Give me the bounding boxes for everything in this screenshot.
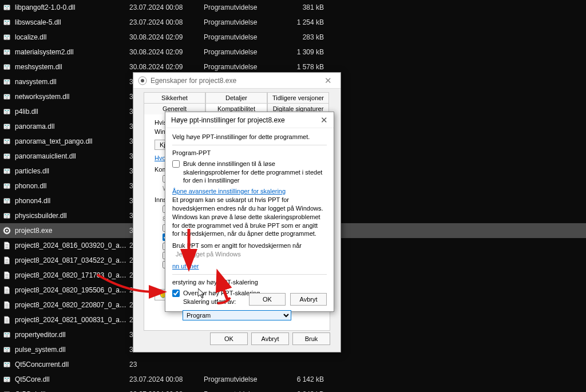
program-ppt-group: Program-PPT: [172, 145, 327, 157]
file-type-icon: [2, 92, 11, 101]
svg-rect-18: [7, 65, 9, 66]
file-name: physicsbuilder.dll: [15, 212, 129, 220]
dialog-titlebar[interactable]: Egenskaper for project8.exe ✕: [133, 73, 340, 89]
svg-rect-30: [7, 110, 9, 111]
file-type-icon: [2, 167, 11, 176]
file-row[interactable]: libpangoft2-1.0-0.dll23.07.2024 00:08Pro…: [0, 0, 586, 15]
use-setting-label: Bruk denne innstillingen til å løse skal…: [183, 160, 327, 185]
svg-rect-90: [5, 363, 7, 364]
file-type-icon: [2, 360, 11, 369]
svg-rect-21: [5, 80, 7, 81]
file-type: Programutvidelse: [204, 33, 278, 41]
svg-rect-45: [5, 169, 7, 171]
svg-rect-33: [5, 125, 7, 126]
svg-rect-91: [7, 363, 9, 364]
dialog-title: Egenskaper for project8.exe: [151, 77, 320, 85]
tabs: SikkerhetDetaljerTidligere versjonerGene…: [133, 89, 340, 114]
svg-rect-2: [7, 6, 9, 7]
svg-rect-13: [5, 50, 7, 52]
svg-rect-22: [7, 80, 9, 81]
file-type-icon: [2, 77, 11, 86]
file-size: 381 kB: [278, 3, 324, 11]
file-type-icon: [2, 211, 11, 220]
file-name: localize.dll: [15, 33, 129, 41]
when-label: Bruk PPT som er angitt for hovedskjermen…: [172, 241, 327, 250]
file-type-icon: [2, 286, 11, 295]
file-type-icon: [2, 375, 11, 384]
file-name: materialsystem2.dll: [15, 48, 129, 56]
file-type-icon: [2, 152, 11, 161]
dpi-subtitle: Velg høye PPT-innstillinger for dette pr…: [172, 133, 327, 141]
file-type-icon: [2, 196, 11, 205]
use-setting-checkbox[interactable]: [172, 160, 180, 168]
tab-sikkerhet[interactable]: Sikkerhet: [144, 92, 205, 103]
svg-rect-54: [7, 199, 9, 200]
file-row[interactable]: Qt5Core.dll23.07.2024 00:08Programutvide…: [0, 372, 586, 387]
file-name: project8_2024_0820_220807_0_accessviola.…: [15, 301, 129, 309]
file-date: 30.08.2024 02:09: [129, 63, 204, 71]
file-name: libswscale-5.dll: [15, 18, 129, 26]
svg-rect-95: [7, 378, 9, 379]
file-type-icon: [2, 271, 11, 280]
file-row[interactable]: Qt5Concurrent.dll23: [0, 357, 586, 372]
close-icon[interactable]: ✕: [320, 76, 336, 86]
file-type-icon: [2, 47, 11, 57]
override-line2: Skalering utført av:: [183, 298, 236, 305]
svg-rect-87: [7, 348, 9, 349]
scaling-performed-by-select[interactable]: Program: [183, 310, 291, 320]
dpi-dialog-title: Høye ppt-innstillinger for project8.exe: [171, 116, 320, 124]
file-type-icon: [2, 300, 11, 310]
file-size: 283 kB: [278, 33, 324, 41]
dpi-dialog: Høye ppt-innstillinger for project8.exe …: [165, 112, 334, 312]
file-name: project8_2024_0817_034522_0_accessviola.…: [15, 256, 129, 264]
file-name: p4lib.dll: [15, 108, 129, 116]
file-type: Programutvidelse: [204, 63, 278, 71]
svg-rect-37: [5, 140, 7, 141]
svg-rect-5: [5, 21, 7, 22]
file-row[interactable]: Qt5Gui.dll23.07.2024 00:08Programutvidel…: [0, 387, 586, 392]
file-date: 30.08.2024 02:09: [129, 33, 204, 41]
override-scaling-checkbox[interactable]: [172, 290, 180, 297]
file-type-icon: [2, 256, 11, 265]
file-date: 23.07.2024 00:08: [129, 3, 204, 11]
file-name: Qt5Core.dll: [15, 375, 129, 383]
file-type: Programutvidelse: [204, 48, 278, 56]
file-row[interactable]: localize.dll30.08.2024 02:09Programutvid…: [0, 30, 586, 45]
cancel-button[interactable]: Avbryt: [251, 332, 289, 345]
file-date: 23: [129, 361, 204, 369]
file-name: project8_2024_0821_000831_0_accessviola.…: [15, 316, 129, 324]
learn-more-link[interactable]: nn ut mer: [172, 263, 199, 270]
dpi-cancel-button[interactable]: Avbryt: [290, 293, 327, 306]
tab-tidligere-versjoner[interactable]: Tidligere versjoner: [267, 92, 329, 103]
svg-rect-26: [7, 95, 9, 96]
svg-rect-58: [7, 214, 9, 215]
file-name: libpangoft2-1.0-0.dll: [15, 3, 129, 11]
file-name: Qt5Concurrent.dll: [15, 361, 129, 369]
dpi-ok-button[interactable]: OK: [249, 293, 286, 306]
tab-detaljer[interactable]: Detaljer: [205, 92, 267, 103]
svg-point-106: [141, 79, 144, 82]
advanced-scaling-link[interactable]: Åpne avanserte innstillinger for skaleri…: [172, 188, 286, 195]
file-name: project8_2024_0820_171703_0_accessviola.…: [15, 271, 129, 279]
svg-rect-17: [5, 65, 7, 66]
file-type-icon: [2, 330, 11, 339]
file-row[interactable]: materialsystem2.dll30.08.2024 02:09Progr…: [0, 45, 586, 60]
close-icon[interactable]: ✕: [320, 115, 328, 125]
svg-rect-38: [7, 140, 9, 141]
override-group: erstyring av høy PPT-skalering: [172, 274, 327, 287]
svg-rect-57: [5, 214, 7, 215]
svg-rect-41: [5, 155, 7, 156]
apply-button[interactable]: Bruk: [292, 332, 330, 345]
file-name: propertyeditor.dll: [15, 331, 129, 339]
file-name: phonon.dll: [15, 182, 129, 190]
ok-button[interactable]: OK: [210, 332, 248, 345]
file-type: Programutvidelse: [204, 18, 278, 26]
file-row[interactable]: libswscale-5.dll23.07.2024 00:08Programu…: [0, 15, 586, 30]
dpi-dialog-titlebar[interactable]: Høye ppt-innstillinger for project8.exe …: [165, 112, 334, 128]
file-name: panorama.dll: [15, 122, 129, 130]
when-value: Jeg logget på Windows: [176, 250, 327, 259]
file-type-icon: [2, 62, 11, 72]
app-icon: [138, 76, 147, 85]
file-date: 23.07.2024 00:08: [129, 375, 204, 383]
svg-rect-34: [7, 125, 9, 126]
